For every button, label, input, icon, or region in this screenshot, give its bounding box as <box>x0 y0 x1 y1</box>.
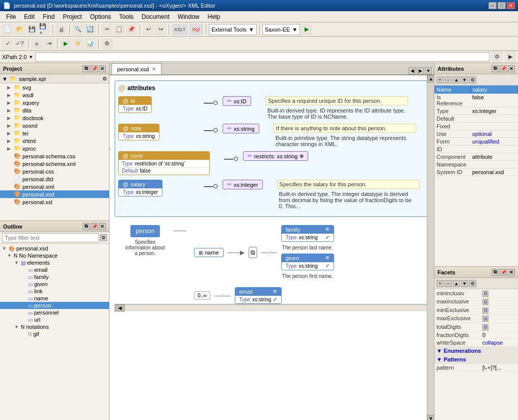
xquery-button[interactable]: XQ! <box>189 24 203 35</box>
outline-item-personnel[interactable]: ▭ personnel <box>0 309 109 316</box>
tree-item-personal-xsd[interactable]: 🎨 personal.xsd <box>0 190 109 198</box>
project-restore-button[interactable]: ⧉ <box>83 65 90 72</box>
outline-filter-settings[interactable]: ⚙ <box>100 234 107 241</box>
expand-btn[interactable]: ⊕ <box>325 227 330 233</box>
tree-item-personal-schema-css[interactable]: 🎨 personal-schema.css <box>0 152 109 160</box>
project-close-button[interactable]: ✕ <box>99 65 106 72</box>
xpath-settings-button[interactable]: ⚙ <box>492 51 503 63</box>
xslt-button[interactable]: XSLT <box>172 24 188 35</box>
attr-value[interactable]: optional <box>470 130 518 138</box>
tab-nav-right[interactable]: ▶ <box>417 67 424 74</box>
h-scrollbar[interactable]: ◀ ▶ <box>115 304 434 311</box>
attr-value[interactable] <box>470 123 518 130</box>
tree-item-xhtml[interactable]: ▶ 📁 xhtml <box>0 137 109 145</box>
outline-item-gif[interactable]: N gif <box>0 330 109 338</box>
tree-item-docbook[interactable]: ▶ 📁 docbook <box>0 114 109 122</box>
facet-value[interactable]: ⊡ <box>480 306 518 315</box>
attr-value[interactable]: unqualified <box>470 138 518 146</box>
debug-button[interactable]: ⚙ <box>72 38 84 49</box>
attr-value[interactable]: attribute <box>470 153 518 161</box>
project-pin-button[interactable]: 📌 <box>91 65 98 72</box>
outline-item-root[interactable]: ▼ 🎨 personal.xsd <box>0 245 109 252</box>
attr-close-button[interactable]: ✕ <box>508 65 515 72</box>
cut-button[interactable]: ✂ <box>101 24 113 35</box>
undo-button[interactable]: ↩ <box>143 24 154 35</box>
menu-document[interactable]: Document <box>138 11 174 22</box>
person-node[interactable]: person <box>130 225 160 237</box>
expand-icon[interactable]: ⊕ <box>299 153 304 159</box>
menu-help[interactable]: Help <box>204 11 225 22</box>
external-tools-dropdown[interactable]: External Tools ▼ <box>209 24 257 35</box>
project-root[interactable]: ▼ 📁 sample.xpr ⚙ <box>0 74 109 83</box>
validate-button[interactable]: ✓ <box>2 38 13 49</box>
outline-item-given[interactable]: ▭ given <box>0 281 109 288</box>
restricts-string[interactable]: ✏ restricts: xs:string ⊕ <box>243 151 309 161</box>
copy-button[interactable]: 📋 <box>114 24 125 35</box>
collapse-button[interactable]: − <box>110 145 111 152</box>
facet-value[interactable]: [\-+]?[... <box>480 363 518 371</box>
tree-item-personal-schema-xml[interactable]: 🎨 personal-schema.xml <box>0 160 109 167</box>
facet-value[interactable]: ⊡ <box>480 314 518 323</box>
attr-restore-button[interactable]: ⧉ <box>492 65 499 72</box>
facet-add-button[interactable]: + <box>437 280 444 287</box>
save-button[interactable]: 💾 <box>26 24 38 35</box>
attr-down-button[interactable]: ▼ <box>461 76 468 83</box>
new-button[interactable]: 📄 <box>2 24 13 35</box>
menu-edit[interactable]: Edit <box>20 11 39 22</box>
attr-settings-button[interactable]: ⚙ <box>469 76 476 83</box>
id-node[interactable]: @ id Type xs:ID <box>118 96 200 115</box>
xs-string-type-note[interactable]: ✏ xs:string <box>223 124 259 133</box>
outline-item-email[interactable]: ▭ email <box>0 266 109 273</box>
tree-item-dita[interactable]: ▶ 📁 dita <box>0 106 109 114</box>
outline-item-elements[interactable]: ▼ ▤ elements <box>0 259 109 266</box>
open-button[interactable]: 📂 <box>14 24 25 35</box>
tab-list-button[interactable]: ▼ <box>425 67 432 74</box>
name-sequence[interactable]: ⧉ <box>249 247 257 258</box>
attr-value[interactable]: personal.xsd <box>470 169 518 176</box>
tab-nav-left[interactable]: ◀ <box>408 67 416 74</box>
facet-btn[interactable]: ⊡ <box>482 299 488 305</box>
tree-item-xquery[interactable]: ▶ 📁 xquery <box>0 99 109 106</box>
contr-node[interactable]: @ contr Type restriction of 'xs:string' … <box>118 151 220 177</box>
tree-item-xproc[interactable]: ▶ 📁 xproc <box>0 145 109 152</box>
facets-pin-button[interactable]: 📌 <box>500 269 507 276</box>
tree-item-svg[interactable]: ▶ 📁 svg <box>0 83 109 91</box>
menu-find[interactable]: Find <box>39 11 59 22</box>
minimize-button[interactable]: ─ <box>488 2 497 9</box>
tab-close-icon[interactable]: ✕ <box>152 66 156 72</box>
project-settings-icon[interactable]: ⚙ <box>102 76 107 81</box>
facet-btn[interactable]: ⊡ <box>482 316 488 322</box>
attr-add-button[interactable]: + <box>437 76 444 83</box>
outline-pin-button[interactable]: 📌 <box>91 223 98 230</box>
attr-up-button[interactable]: ▲ <box>453 76 460 83</box>
menu-window[interactable]: Window <box>174 11 204 22</box>
menu-options[interactable]: Options <box>86 11 115 22</box>
find-button[interactable]: 🔍 <box>72 24 84 35</box>
facet-value[interactable]: collapse <box>480 339 518 346</box>
outline-item-name[interactable]: ▭ name <box>0 295 109 302</box>
settings-button[interactable]: ⚙ <box>101 38 113 49</box>
outline-item-family[interactable]: ▭ family <box>0 273 109 281</box>
menu-tools[interactable]: Tools <box>115 11 138 22</box>
facet-up-button[interactable]: ▲ <box>453 280 460 287</box>
tree-item-personal-xml[interactable]: 🎨 personal.xml <box>0 183 109 190</box>
given-node[interactable]: given ⊕ Type xs:string ⤢ <box>281 254 334 270</box>
scroll-up-btn[interactable]: ▲ <box>427 75 434 82</box>
outline-item-url[interactable]: ▭ url <box>0 316 109 323</box>
outline-filter-input[interactable] <box>2 233 99 242</box>
outline-item-notations[interactable]: ▼ N notations <box>0 323 109 330</box>
paste-button[interactable]: 📌 <box>126 24 137 35</box>
attr-value[interactable] <box>470 115 518 123</box>
attr-value[interactable]: xs:integer <box>470 107 518 115</box>
facets-close-button[interactable]: ✕ <box>508 269 515 276</box>
save-all-button[interactable]: 💾+ <box>39 24 50 35</box>
email-node[interactable]: email ⊕ Type xs:string ⤢ <box>235 287 282 304</box>
outline-restore-button[interactable]: ⧉ <box>83 223 90 230</box>
attr-value[interactable]: false <box>470 94 518 107</box>
close-button[interactable]: ✕ <box>507 2 515 9</box>
design-canvas[interactable]: − @ attributes @ id <box>110 75 434 420</box>
scroll-track[interactable] <box>125 305 434 311</box>
tree-item-ooxml[interactable]: ▶ 📁 ooxml <box>0 122 109 129</box>
menu-project[interactable]: Project <box>59 11 86 22</box>
outline-item-no-namespace[interactable]: ▼ N No Namespace <box>0 252 109 259</box>
